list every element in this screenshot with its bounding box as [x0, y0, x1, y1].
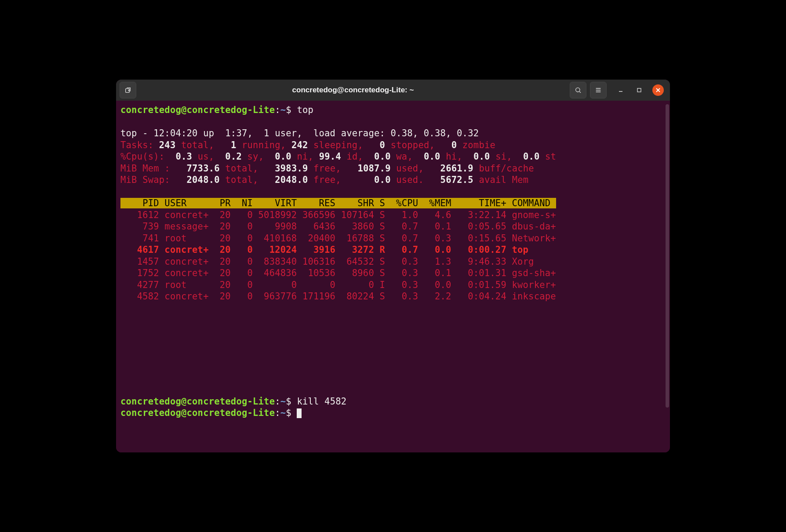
search-button[interactable] — [570, 82, 586, 98]
minimize-button[interactable] — [615, 85, 626, 95]
terminal-body[interactable]: concretedog@concretedog-Lite:~$ top top … — [116, 101, 670, 452]
top-summary-line: top - 12:04:20 up 1:37, 1 user, load ave… — [120, 128, 479, 138]
window-title: concretedog@concretedog-Lite: ~ — [140, 86, 566, 95]
process-row: 4582 concret+ 20 0 963776 171196 80224 S… — [120, 291, 556, 302]
process-row: 1612 concret+ 20 0 5018992 366596 107164… — [120, 210, 556, 220]
process-row: 4277 root 20 0 0 0 0 I 0.3 0.0 0:01.59 k… — [120, 280, 556, 290]
process-row: 1752 concret+ 20 0 464836 10536 8960 S 0… — [120, 268, 556, 278]
prompt-userhost: concretedog@concretedog-Lite — [120, 408, 275, 418]
process-row: 4617 concret+ 20 0 12024 3916 3272 R 0.7… — [120, 244, 528, 255]
process-row: 741 root 20 0 410168 20400 16788 S 0.7 0… — [120, 233, 556, 244]
prompt-cwd: ~ — [280, 396, 286, 407]
process-row: 739 message+ 20 0 9908 6436 3860 S 0.7 0… — [120, 221, 556, 232]
prompt-cwd: ~ — [280, 105, 286, 115]
svg-point-1 — [576, 88, 580, 92]
scrollbar[interactable] — [666, 104, 669, 408]
close-button[interactable] — [652, 84, 664, 96]
prompt-cwd: ~ — [280, 408, 286, 418]
titlebar: concretedog@concretedog-Lite: ~ — [116, 80, 670, 101]
command-top: top — [297, 105, 313, 115]
command-kill: kill 4582 — [297, 396, 346, 407]
maximize-button[interactable] — [634, 85, 644, 95]
process-table-header: PID USER PR NI VIRT RES SHR S %CPU %MEM … — [120, 198, 556, 208]
window-controls — [615, 84, 664, 96]
prompt-userhost: concretedog@concretedog-Lite — [120, 396, 275, 407]
hamburger-menu-button[interactable] — [590, 82, 607, 98]
cursor — [297, 408, 302, 418]
process-row: 1457 concret+ 20 0 838340 106316 64532 S… — [120, 256, 534, 267]
terminal-output: concretedog@concretedog-Lite:~$ top top … — [120, 104, 666, 419]
prompt-userhost: concretedog@concretedog-Lite — [120, 105, 275, 115]
new-tab-button[interactable] — [120, 82, 136, 98]
terminal-window: concretedog@concretedog-Lite: ~ concrete… — [116, 80, 670, 452]
svg-rect-2 — [637, 88, 641, 92]
